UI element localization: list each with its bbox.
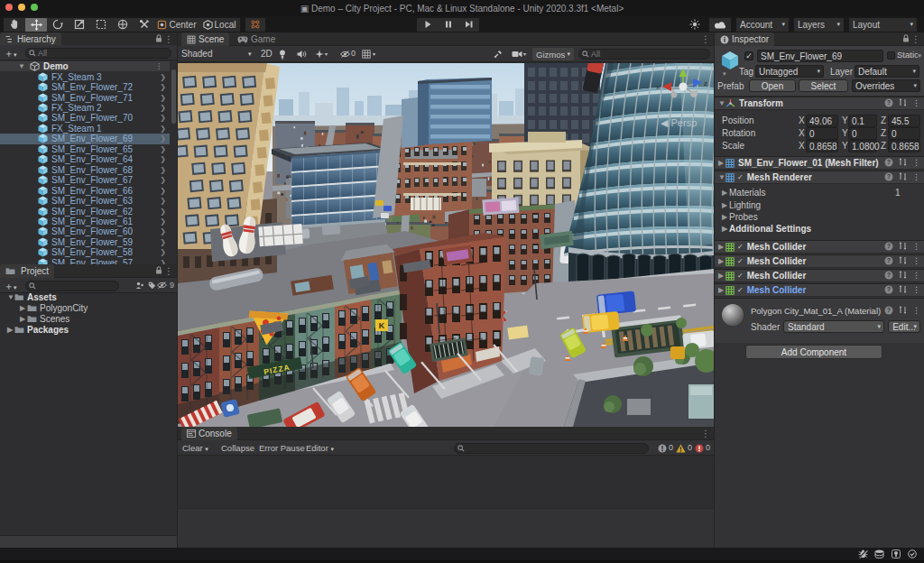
svg-text:?: ? [887,173,891,180]
svg-text:x: x [656,83,660,91]
svg-text:z: z [704,79,707,88]
svg-text:?: ? [887,272,891,278]
svg-text:?: ? [887,307,891,313]
svg-text:?: ? [887,99,891,106]
svg-text:?: ? [887,286,891,292]
svg-text:?: ? [887,257,891,263]
svg-text:◀ Persp: ◀ Persp [661,117,697,128]
svg-text:?: ? [887,159,891,165]
svg-text:K: K [379,321,385,330]
svg-text:?: ? [887,243,891,249]
